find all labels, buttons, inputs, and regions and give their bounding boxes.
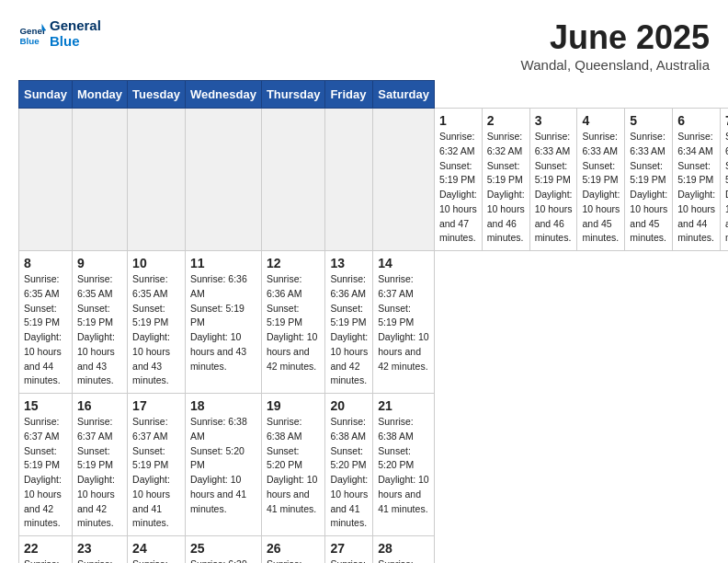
calendar-cell: 13Sunrise: 6:36 AMSunset: 5:19 PMDayligh… xyxy=(325,251,373,394)
day-info: Sunrise: 6:37 AMSunset: 5:19 PMDaylight:… xyxy=(77,415,122,531)
calendar-cell: 7Sunrise: 6:34 AMSunset: 5:19 PMDaylight… xyxy=(721,109,728,251)
day-number: 3 xyxy=(535,113,573,128)
calendar-cell: 1Sunrise: 6:32 AMSunset: 5:19 PMDaylight… xyxy=(434,109,482,251)
svg-text:Blue: Blue xyxy=(20,35,40,45)
logo: General Blue General Blue xyxy=(18,18,101,49)
day-info: Sunrise: 6:40 AMSunset: 5:22 PMDaylight:… xyxy=(378,557,429,563)
day-info: Sunrise: 6:39 AMSunset: 5:21 PMDaylight:… xyxy=(190,557,256,563)
day-number: 6 xyxy=(677,113,715,128)
calendar-week-1: 1Sunrise: 6:32 AMSunset: 5:19 PMDaylight… xyxy=(19,109,729,251)
calendar-cell: 26Sunrise: 6:39 AMSunset: 5:21 PMDayligh… xyxy=(261,536,325,564)
calendar-cell: 3Sunrise: 6:33 AMSunset: 5:19 PMDaylight… xyxy=(529,109,577,251)
calendar-cell: 24Sunrise: 6:39 AMSunset: 5:21 PMDayligh… xyxy=(128,536,186,564)
day-number: 27 xyxy=(330,541,368,556)
day-number: 19 xyxy=(267,398,321,413)
logo-line2: Blue xyxy=(50,34,101,50)
day-info: Sunrise: 6:37 AMSunset: 5:19 PMDaylight:… xyxy=(24,415,67,531)
day-number: 11 xyxy=(190,256,256,270)
calendar-week-4: 22Sunrise: 6:39 AMSunset: 5:20 PMDayligh… xyxy=(19,536,729,564)
day-info: Sunrise: 6:37 AMSunset: 5:19 PMDaylight:… xyxy=(132,415,180,531)
location-title: Wandal, Queensland, Australia xyxy=(521,57,710,73)
day-info: Sunrise: 6:36 AMSunset: 5:19 PMDaylight:… xyxy=(190,272,256,373)
header-day-wednesday: Wednesday xyxy=(185,81,261,109)
header-day-sunday: Sunday xyxy=(19,81,73,109)
calendar-cell: 21Sunrise: 6:38 AMSunset: 5:20 PMDayligh… xyxy=(373,394,435,536)
calendar-cell: 5Sunrise: 6:33 AMSunset: 5:19 PMDaylight… xyxy=(625,109,673,251)
calendar-cell: 23Sunrise: 6:39 AMSunset: 5:21 PMDayligh… xyxy=(72,536,127,564)
day-number: 26 xyxy=(267,541,321,556)
day-number: 15 xyxy=(24,398,67,413)
day-info: Sunrise: 6:38 AMSunset: 5:20 PMDaylight:… xyxy=(378,415,429,516)
header-day-friday: Friday xyxy=(325,81,373,109)
calendar-cell: 6Sunrise: 6:34 AMSunset: 5:19 PMDaylight… xyxy=(673,109,721,251)
day-number: 17 xyxy=(132,398,180,413)
calendar-cell xyxy=(128,109,186,251)
day-info: Sunrise: 6:35 AMSunset: 5:19 PMDaylight:… xyxy=(77,272,122,388)
calendar-cell: 4Sunrise: 6:33 AMSunset: 5:19 PMDaylight… xyxy=(577,109,625,251)
header-day-saturday: Saturday xyxy=(373,81,435,109)
header-day-tuesday: Tuesday xyxy=(128,81,186,109)
calendar-week-2: 8Sunrise: 6:35 AMSunset: 5:19 PMDaylight… xyxy=(19,251,729,394)
day-number: 12 xyxy=(267,256,321,270)
day-number: 20 xyxy=(330,398,368,413)
day-info: Sunrise: 6:35 AMSunset: 5:19 PMDaylight:… xyxy=(24,272,67,388)
month-title: June 2025 xyxy=(521,18,710,57)
calendar-cell xyxy=(325,109,373,251)
calendar-cell: 18Sunrise: 6:38 AMSunset: 5:20 PMDayligh… xyxy=(185,394,261,536)
day-info: Sunrise: 6:32 AMSunset: 5:19 PMDaylight:… xyxy=(487,130,525,246)
day-number: 13 xyxy=(330,256,368,270)
calendar-cell: 11Sunrise: 6:36 AMSunset: 5:19 PMDayligh… xyxy=(185,251,261,394)
calendar-cell: 15Sunrise: 6:37 AMSunset: 5:19 PMDayligh… xyxy=(19,394,73,536)
day-info: Sunrise: 6:38 AMSunset: 5:20 PMDaylight:… xyxy=(267,415,321,516)
day-number: 18 xyxy=(190,398,256,413)
day-number: 8 xyxy=(24,256,67,270)
day-info: Sunrise: 6:39 AMSunset: 5:22 PMDaylight:… xyxy=(330,557,368,563)
calendar-cell xyxy=(72,109,127,251)
day-info: Sunrise: 6:39 AMSunset: 5:21 PMDaylight:… xyxy=(267,557,321,563)
calendar-cell: 14Sunrise: 6:37 AMSunset: 5:19 PMDayligh… xyxy=(373,251,435,394)
day-number: 24 xyxy=(132,541,180,556)
day-number: 25 xyxy=(190,541,256,556)
calendar-cell xyxy=(19,109,73,251)
calendar-cell: 2Sunrise: 6:32 AMSunset: 5:19 PMDaylight… xyxy=(482,109,529,251)
day-number: 5 xyxy=(630,113,667,128)
calendar-cell: 17Sunrise: 6:37 AMSunset: 5:19 PMDayligh… xyxy=(128,394,186,536)
day-info: Sunrise: 6:38 AMSunset: 5:20 PMDaylight:… xyxy=(330,415,368,531)
calendar-cell: 28Sunrise: 6:40 AMSunset: 5:22 PMDayligh… xyxy=(373,536,435,564)
calendar-table: SundayMondayTuesdayWednesdayThursdayFrid… xyxy=(18,80,728,563)
calendar-cell: 19Sunrise: 6:38 AMSunset: 5:20 PMDayligh… xyxy=(261,394,325,536)
calendar-cell: 9Sunrise: 6:35 AMSunset: 5:19 PMDaylight… xyxy=(72,251,127,394)
day-info: Sunrise: 6:34 AMSunset: 5:19 PMDaylight:… xyxy=(677,130,715,246)
calendar-cell xyxy=(261,109,325,251)
day-number: 23 xyxy=(77,541,122,556)
day-info: Sunrise: 6:35 AMSunset: 5:19 PMDaylight:… xyxy=(132,272,180,388)
day-info: Sunrise: 6:39 AMSunset: 5:20 PMDaylight:… xyxy=(24,557,67,563)
day-info: Sunrise: 6:37 AMSunset: 5:19 PMDaylight:… xyxy=(378,272,429,373)
day-info: Sunrise: 6:36 AMSunset: 5:19 PMDaylight:… xyxy=(267,272,321,373)
day-info: Sunrise: 6:32 AMSunset: 5:19 PMDaylight:… xyxy=(439,130,477,246)
header-day-monday: Monday xyxy=(72,81,127,109)
day-number: 16 xyxy=(77,398,122,413)
header-day-thursday: Thursday xyxy=(261,81,325,109)
day-info: Sunrise: 6:38 AMSunset: 5:20 PMDaylight:… xyxy=(190,415,256,516)
day-number: 10 xyxy=(132,256,180,270)
calendar-cell: 22Sunrise: 6:39 AMSunset: 5:20 PMDayligh… xyxy=(19,536,73,564)
calendar-header-row: SundayMondayTuesdayWednesdayThursdayFrid… xyxy=(19,81,729,109)
day-info: Sunrise: 6:39 AMSunset: 5:21 PMDaylight:… xyxy=(77,557,122,563)
day-number: 2 xyxy=(487,113,525,128)
day-info: Sunrise: 6:33 AMSunset: 5:19 PMDaylight:… xyxy=(582,130,620,246)
calendar-cell: 27Sunrise: 6:39 AMSunset: 5:22 PMDayligh… xyxy=(325,536,373,564)
day-info: Sunrise: 6:33 AMSunset: 5:19 PMDaylight:… xyxy=(535,130,573,246)
calendar-cell: 16Sunrise: 6:37 AMSunset: 5:19 PMDayligh… xyxy=(72,394,127,536)
calendar-cell: 12Sunrise: 6:36 AMSunset: 5:19 PMDayligh… xyxy=(261,251,325,394)
logo-line1: General xyxy=(50,18,101,34)
day-number: 14 xyxy=(378,256,429,270)
title-area: June 2025 Wandal, Queensland, Australia xyxy=(521,18,710,73)
day-number: 21 xyxy=(378,398,429,413)
calendar-cell: 20Sunrise: 6:38 AMSunset: 5:20 PMDayligh… xyxy=(325,394,373,536)
day-number: 1 xyxy=(439,113,477,128)
logo-icon: General Blue xyxy=(18,20,46,48)
day-number: 9 xyxy=(77,256,122,270)
day-info: Sunrise: 6:33 AMSunset: 5:19 PMDaylight:… xyxy=(630,130,667,246)
page-header: General Blue General Blue June 2025 Wand… xyxy=(18,18,710,73)
